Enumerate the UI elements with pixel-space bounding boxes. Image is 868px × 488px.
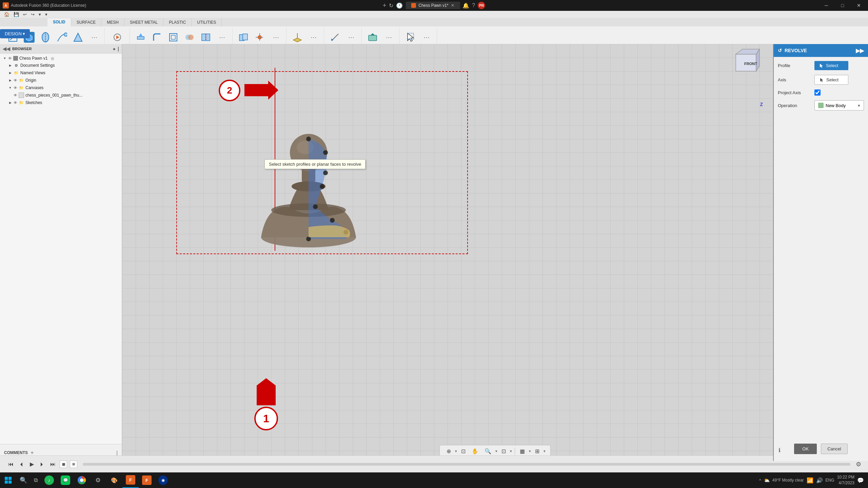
close-button[interactable]: ✕ xyxy=(851,0,867,11)
timeline-play-button[interactable]: ▶ xyxy=(28,460,35,469)
ok-button[interactable]: OK xyxy=(794,444,817,454)
axis-select-button[interactable]: Select xyxy=(814,75,848,85)
undo-button[interactable]: ↩ xyxy=(22,11,28,18)
insert-mesh-button[interactable] xyxy=(365,30,380,44)
combine-button[interactable] xyxy=(182,30,197,44)
tab-utilities[interactable]: UTILITIES xyxy=(192,18,222,26)
cancel-button[interactable]: Cancel xyxy=(821,444,847,454)
visibility-eye-canvases[interactable]: 👁 xyxy=(14,86,17,90)
home-button[interactable]: 🏠 xyxy=(3,11,11,18)
zoom-button[interactable]: 🔍 xyxy=(482,447,493,456)
redo-dropdown[interactable]: ▾ xyxy=(44,11,49,18)
bell-icon[interactable]: 🔔 xyxy=(462,2,469,9)
expand-arrow-origin[interactable]: ▶ xyxy=(8,78,12,82)
profile-icon[interactable]: PR xyxy=(478,2,485,9)
tree-item-root[interactable]: ▼ 👁 Chess Pawn v1 ◎ xyxy=(0,55,122,62)
expand-arrow-sketches[interactable]: ▶ xyxy=(8,101,12,105)
design-button[interactable]: DESIGN ▾ xyxy=(0,29,30,38)
select-button[interactable] xyxy=(403,30,418,44)
tab-solid[interactable]: SOLID xyxy=(47,18,71,26)
visibility-eye-origin[interactable]: 👁 xyxy=(14,78,17,82)
network-icon[interactable]: 📶 xyxy=(807,477,813,484)
timeline-last-button[interactable]: ⏭ xyxy=(49,460,57,469)
help-icon[interactable]: ? xyxy=(472,2,475,8)
start-button[interactable] xyxy=(0,472,16,488)
maximize-button[interactable]: □ xyxy=(835,0,850,11)
vpn-app-button[interactable]: ◉ xyxy=(155,472,171,488)
tab-surface[interactable]: SURFACE xyxy=(71,18,102,26)
grid-settings-button[interactable]: ⊞ xyxy=(533,447,541,456)
visibility-eye-canvas-img[interactable]: 👁 xyxy=(14,93,17,97)
tab-close-icon[interactable]: ✕ xyxy=(451,3,454,8)
undo-dropdown[interactable]: ▾ xyxy=(37,11,42,18)
new-component-button[interactable] xyxy=(236,30,251,44)
browser-pin-icon[interactable]: | xyxy=(118,46,119,52)
visibility-eye-sketches[interactable]: 👁 xyxy=(14,101,17,105)
task-view-button[interactable]: ⧉ xyxy=(31,472,41,488)
orbit-button[interactable]: ⊕ xyxy=(445,447,453,456)
construct-plane-button[interactable] xyxy=(290,30,305,44)
automate-button[interactable] xyxy=(110,30,125,44)
tree-item-origin[interactable]: ▶ 👁 📁 Origin xyxy=(0,77,122,84)
sync-icon[interactable]: ↻ xyxy=(389,2,393,9)
timeline-settings-icon[interactable]: ⚙ xyxy=(856,461,861,468)
chrome-app-button[interactable] xyxy=(74,472,90,488)
profile-select-button[interactable]: Select xyxy=(814,61,848,70)
expand-arrow-views[interactable]: ▶ xyxy=(8,71,12,75)
timeline-frame-view-button[interactable]: ▦ xyxy=(60,461,67,468)
more-construct-button[interactable]: ⋯ xyxy=(306,30,321,44)
tree-item-doc-settings[interactable]: ▶ ⚙ Document Settings xyxy=(0,62,122,69)
clock[interactable]: 10:22 PM 4/7/2023 xyxy=(837,474,854,486)
revolve-expand-icon[interactable]: ▶▶ xyxy=(856,47,864,54)
joint-button[interactable] xyxy=(252,30,267,44)
pan-button[interactable]: ✋ xyxy=(470,447,480,456)
more-insert-button[interactable]: ⋯ xyxy=(381,30,396,44)
tab-mesh[interactable]: MESH xyxy=(101,18,124,26)
tab-plastic[interactable]: PLASTIC xyxy=(163,18,192,26)
project-axis-checkbox[interactable] xyxy=(814,89,821,96)
loft-button[interactable] xyxy=(71,30,85,44)
more-select-button[interactable]: ⋯ xyxy=(419,30,434,44)
add-comment-icon[interactable]: + xyxy=(31,450,34,456)
line-app-button[interactable]: 💬 xyxy=(57,472,74,488)
timeline-first-button[interactable]: ⏮ xyxy=(7,460,15,469)
measure-button[interactable] xyxy=(328,30,342,44)
expand-arrow-doc[interactable]: ▶ xyxy=(8,63,12,67)
new-tab-icon[interactable]: + xyxy=(383,2,387,9)
tree-item-sketches[interactable]: ▶ 👁 📁 Sketches xyxy=(0,99,122,106)
look-at-button[interactable]: ⊡ xyxy=(459,447,468,456)
press-pull-button[interactable] xyxy=(133,30,148,44)
expand-arrow-root[interactable]: ▼ xyxy=(3,56,7,60)
fusion-app-button-1[interactable]: F xyxy=(122,472,139,488)
redo-button[interactable]: ↪ xyxy=(29,11,36,18)
minimize-button[interactable]: ─ xyxy=(818,0,834,11)
volume-icon[interactable]: 🔊 xyxy=(816,477,823,484)
show-hidden-icon[interactable]: ^ xyxy=(759,478,761,483)
shell-button[interactable] xyxy=(166,30,181,44)
operation-dropdown[interactable]: New Body ▾ xyxy=(814,100,864,110)
timeline-prev-button[interactable]: ⏴ xyxy=(18,460,26,469)
fit-button[interactable]: ⊡ xyxy=(499,447,508,456)
save-button[interactable]: 💾 xyxy=(12,11,20,18)
spotify-app-button[interactable]: ♪ xyxy=(41,472,57,488)
fillet-button[interactable] xyxy=(150,30,164,44)
viewport[interactable]: 2 1 Select sketch profiles or planar fac… xyxy=(122,44,868,461)
display-mode-button[interactable]: ▦ xyxy=(518,447,527,456)
timeline-next-button[interactable]: ⏵ xyxy=(38,460,46,469)
revolve-button[interactable] xyxy=(38,30,53,44)
active-tab[interactable]: Chess Pawn v1* ✕ xyxy=(406,2,460,9)
search-button[interactable]: 🔍 xyxy=(16,472,31,488)
more-modify-button[interactable]: ⋯ xyxy=(215,30,230,44)
expand-arrow-canvases[interactable]: ▼ xyxy=(8,86,12,90)
browser-options-icon[interactable]: ● xyxy=(113,46,116,52)
viewcube[interactable]: FRONT xyxy=(732,47,763,79)
tree-item-canvases[interactable]: ▼ 👁 📁 Canvases xyxy=(0,84,122,92)
activation-icon[interactable]: ◎ xyxy=(51,56,54,61)
comments-collapse-icon[interactable]: | xyxy=(116,450,118,455)
notification-icon[interactable]: 💬 xyxy=(857,477,864,484)
fusion-app-button-2[interactable]: F xyxy=(139,472,155,488)
timeline-list-view-button[interactable]: ⊞ xyxy=(70,461,77,468)
browser-collapse-icon[interactable]: ◀◀ xyxy=(3,46,10,52)
tree-item-canvas-img[interactable]: 👁 chess_pieces_001_pawn_thu... xyxy=(0,92,122,99)
split-body-button[interactable] xyxy=(198,30,213,44)
